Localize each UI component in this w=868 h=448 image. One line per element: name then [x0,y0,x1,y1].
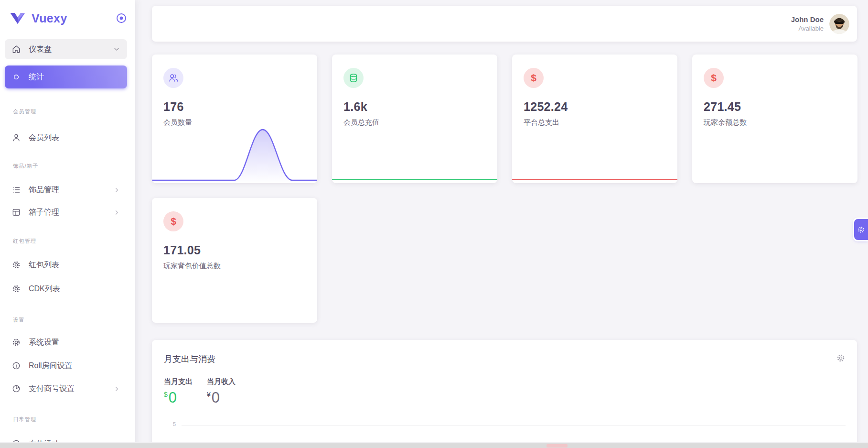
theme-customizer-button[interactable] [854,219,868,240]
stat-label: 会员总充值 [343,118,486,127]
sidebar-item-dashboard[interactable]: 仪表盘 [5,39,127,59]
sidebar-item-label: 仪表盘 [29,44,52,55]
expense-value: $ 0 [164,389,194,406]
sidebar-item-cdk-list[interactable]: CDK列表 [5,278,127,299]
home-icon [11,44,21,54]
series-label-expense: 当月支出 [164,377,194,386]
stat-value: 1.6k [343,100,486,114]
members-sparkline-chart [152,126,317,183]
sidebar-item-ornament-management[interactable]: 饰品管理 [5,179,127,200]
monthly-expense-chart-card: 月支出与消费 当月支出 当月收入 $ 0 ¥ 0 5 [152,340,857,448]
gear-icon [11,260,21,270]
stat-card-total-recharge: 1.6k 会员总充值 [332,55,497,183]
chevron-down-icon [113,45,120,53]
sidebar-item-system-settings[interactable]: 系统设置 [5,332,127,353]
logo-row: Vuexy [10,9,127,28]
chevron-right-icon [113,385,120,393]
user-status: Available [791,25,824,32]
scrollbar-fragment [547,444,568,448]
dollar-icon: $ [704,68,724,88]
stat-label: 玩家余额总数 [704,118,846,127]
sidebar-item-label: CDK列表 [29,284,60,294]
dollar-icon: $ [524,68,544,88]
sidebar: Vuexy 仪表盘 统计 会员管理 会员列表 [0,0,135,448]
chart-title: 月支出与消费 [164,353,215,365]
sidebar-item-payment-merchant-settings[interactable]: 支付商号设置 [5,378,127,399]
stat-card-player-balance: $ 271.45 玩家余额总数 [692,55,857,183]
sidebar-item-member-list[interactable]: 会员列表 [5,127,127,148]
stat-label: 平台总支出 [524,118,666,127]
sidebar-item-label: 统计 [29,72,44,82]
gear-icon [857,226,865,234]
stat-card-platform-expense: $ 1252.24 平台总支出 [512,55,677,183]
stat-value: 1252.24 [524,100,666,114]
circle-icon [11,72,21,82]
sidebar-item-label: 系统设置 [29,338,59,348]
stat-card-backpack-value: $ 171.05 玩家背包价值总数 [152,198,317,323]
chevron-right-icon [113,186,120,194]
brand-name: Vuexy [32,11,67,25]
avatar[interactable] [829,14,849,34]
sidebar-heading-settings: 设置 [13,317,25,324]
sidebar-item-redpacket-list[interactable]: 红包列表 [5,254,127,275]
stat-value: 271.45 [704,100,846,114]
layout-icon [11,208,21,217]
stat-value: 176 [163,100,306,114]
vuexy-admin-dashboard: { "colors": { "accent": "#7367f0", "gree… [0,0,868,448]
stat-label: 玩家背包价值总数 [163,262,306,271]
pie-chart-icon [11,384,21,393]
gear-icon [11,284,21,294]
flat-sparkline-green [332,179,497,180]
income-value: ¥ 0 [207,389,237,406]
sidebar-heading-redpacket: 红包管理 [13,238,36,245]
user-icon [11,133,21,142]
stat-card-members: 176 会员数量 [152,55,317,183]
sidebar-item-roll-room-settings[interactable]: Roll房间设置 [5,355,127,376]
sidebar-item-label: 红包列表 [29,260,59,270]
dollar-icon: $ [163,211,183,231]
flat-sparkline-red [512,179,677,180]
chart-gridline [182,426,846,426]
chart-settings-gear-icon[interactable] [836,353,846,363]
user-menu[interactable]: John Doe Available [791,15,824,32]
chevron-right-icon [113,209,120,216]
yuan-currency: ¥ [207,391,211,398]
horizontal-scrollbar[interactable] [0,443,868,448]
topbar: John Doe Available [152,6,857,42]
sidebar-heading-items-boxes: 饰品/箱子 [13,163,38,170]
series-label-income: 当月收入 [207,377,237,386]
sidebar-item-label: Roll房间设置 [29,361,73,371]
dollar-currency: $ [164,391,168,398]
info-icon [11,361,21,371]
sidebar-item-box-management[interactable]: 箱子管理 [5,202,127,223]
stat-value: 171.05 [163,243,306,257]
sidebar-heading-daily: 日常管理 [13,416,36,423]
user-name: John Doe [791,15,824,23]
list-icon [11,185,21,195]
database-icon [343,68,364,88]
sidebar-item-label: 箱子管理 [29,208,59,218]
gear-icon [11,338,21,347]
menu-pin-toggle-icon[interactable] [116,13,127,23]
sidebar-item-statistics[interactable]: 统计 [5,66,127,88]
vuexy-logo-icon [10,12,26,24]
sidebar-item-label: 饰品管理 [29,185,59,195]
users-icon [163,68,183,88]
sidebar-item-label: 会员列表 [29,133,59,143]
y-axis-tick: 5 [169,421,176,427]
sidebar-item-label: 支付商号设置 [29,384,75,394]
sidebar-heading-members: 会员管理 [13,108,36,115]
